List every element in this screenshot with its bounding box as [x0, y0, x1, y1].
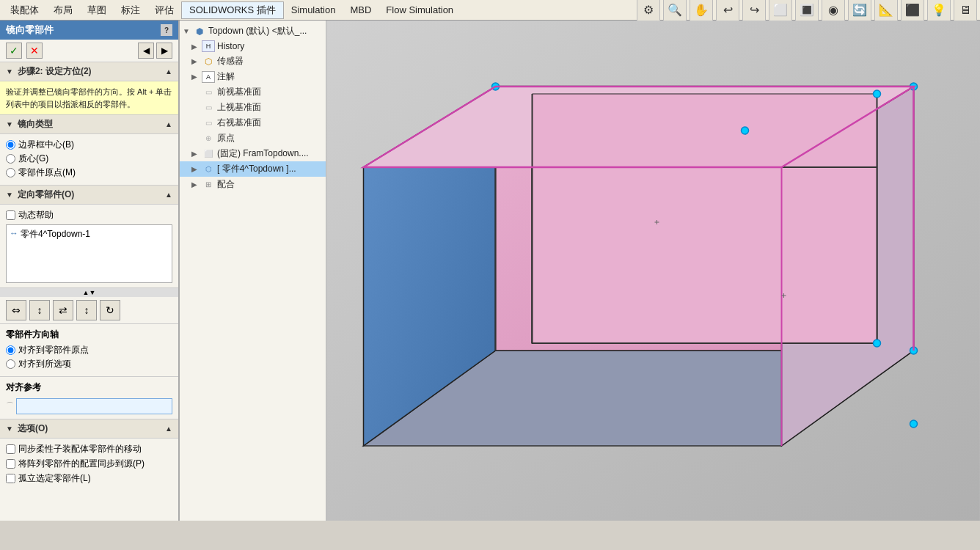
panel-actions: ✓ ✕ ◀ ▶	[0, 40, 178, 62]
viewport-svg	[326, 21, 980, 521]
tree-front-plane-label: 前视基准面	[217, 86, 261, 98]
cancel-button[interactable]: ✕	[26, 43, 43, 59]
dir-btn-1[interactable]: ⇔	[6, 300, 26, 320]
dir-btn-2[interactable]: ↕	[29, 300, 50, 320]
radio-bbox-input[interactable]	[6, 140, 15, 150]
radio-align-selected-input[interactable]	[6, 359, 15, 369]
opt2-input[interactable]	[6, 459, 15, 469]
toolbar-icon-9[interactable]: 🔄	[848, 0, 871, 22]
menu-solidworks-plugins[interactable]: SOLIDWORKS 插件	[181, 1, 284, 19]
toolbar-icon-8[interactable]: ◉	[822, 0, 845, 22]
dir-btn-5[interactable]: ↻	[100, 300, 120, 320]
tree-item-annotation[interactable]: ▶ A 注解	[180, 69, 326, 84]
orient-section-header[interactable]: ▼ 定向零部件(O) ▲	[0, 186, 178, 205]
dynamic-help-checkbox[interactable]: 动态帮助	[6, 209, 172, 221]
panel-help-icon[interactable]: ?	[161, 24, 172, 36]
radio-align-origin-input[interactable]	[6, 345, 15, 355]
mirror-type-section: 边界框中心(B) 质心(G) 零部件原点(M)	[0, 134, 178, 186]
toolbar-icon-13[interactable]: 🖥	[954, 0, 977, 22]
toolbar-icon-3[interactable]: ✋	[690, 0, 713, 22]
undo-button[interactable]: ◀	[138, 43, 154, 59]
options-section-header[interactable]: ▼ 选项(O) ▲	[0, 419, 178, 439]
dir-btn-3[interactable]: ⇄	[53, 300, 73, 320]
toolbar-right-icons: ⚙ 🔍 ✋ ↩ ↪ ⬜ 🔳 ◉ 🔄 📐 ⬛ 💡 🖥	[637, 0, 977, 22]
undo-redo-btns: ◀ ▶	[138, 43, 172, 59]
menu-layout[interactable]: 布局	[46, 2, 80, 18]
orient-label: 定向零部件(O)	[18, 188, 74, 201]
tree-sensor-label: 传感器	[217, 55, 244, 67]
annotation-icon: A	[202, 71, 215, 83]
opt3-input[interactable]	[6, 474, 15, 483]
tree-item-front-plane[interactable]: ▶ ▭ 前视基准面	[180, 84, 326, 100]
tree-item-part4[interactable]: ▶ ⬡ [ 零件4^Topdown ]...	[180, 161, 326, 177]
tree-item-mate[interactable]: ▶ ⊞ 配合	[180, 177, 326, 192]
radio-bbox-label: 边界框中心(B)	[18, 139, 74, 151]
radio-centroid-input[interactable]	[6, 154, 15, 164]
opt1-checkbox[interactable]: 同步柔性子装配体零部件的移动	[6, 443, 172, 455]
svg-marker-15	[533, 94, 877, 343]
svg-point-21	[874, 90, 881, 98]
radio-bbox-center[interactable]: 边界框中心(B)	[6, 139, 172, 151]
toolbar-icon-5[interactable]: ↪	[742, 0, 766, 22]
tree-part4-arrow: ▶	[191, 165, 200, 173]
radio-align-origin[interactable]: 对齐到零部件原点	[6, 344, 172, 356]
dir-btn-4[interactable]: ↕	[76, 300, 97, 320]
sensor-icon: ⬡	[202, 56, 215, 67]
toolbar-icon-6[interactable]: ⬜	[769, 0, 792, 22]
menu-flow-sim[interactable]: Flow Simulation	[379, 3, 461, 17]
dynamic-help-input[interactable]	[6, 210, 15, 220]
menu-assembly[interactable]: 装配体	[3, 2, 46, 18]
orient-collapse-btn[interactable]: ▲	[165, 191, 172, 199]
toolbar-icon-1[interactable]: ⚙	[637, 0, 660, 22]
step2-text-section: 验证并调整已镜向零部件的方向。按 Alt + 单击列表中的项目以指派相反的零部件…	[0, 81, 178, 115]
right-plane-icon: ▭	[202, 117, 215, 129]
tree-root-icon: ⬢	[193, 26, 206, 37]
opt1-input[interactable]	[6, 444, 15, 454]
top-plane-icon: ▭	[202, 102, 215, 114]
confirm-button[interactable]: ✓	[6, 43, 22, 59]
redo-button[interactable]: ▶	[156, 43, 172, 59]
radio-part-origin[interactable]: 零部件原点(M)	[6, 166, 172, 179]
menu-annotation[interactable]: 标注	[114, 2, 147, 18]
options-section: 同步柔性子装配体零部件的移动 将阵列零部件的配置同步到源(P) 孤立选定零部件(…	[0, 439, 178, 491]
toolbar-icon-2[interactable]: 🔍	[663, 0, 687, 22]
step2-collapse-btn[interactable]: ▲	[165, 67, 172, 76]
tree-top-plane-label: 上视基准面	[217, 101, 261, 114]
menu-mbd[interactable]: MBD	[343, 3, 379, 17]
tree-item-fixed-comp[interactable]: ▶ ⬜ (固定) FramTopdown....	[180, 146, 326, 161]
options-collapse-btn[interactable]: ▲	[165, 425, 172, 433]
opt3-checkbox[interactable]: 孤立选定零部件(L)	[6, 472, 172, 485]
tree-fixed-arrow: ▶	[191, 150, 200, 158]
menu-evaluate[interactable]: 评估	[147, 2, 181, 18]
toolbar-icon-4[interactable]: ↩	[716, 0, 739, 22]
align-ref-input[interactable]	[16, 398, 172, 414]
tree-item-history[interactable]: ▶ H History	[180, 39, 326, 54]
mirror-type-header[interactable]: ▼ 镜向类型 ▲	[0, 115, 178, 134]
tree-root-label: Topdown (默认) <默认_...	[208, 25, 307, 37]
menu-simulation[interactable]: Simulation	[284, 3, 343, 17]
tree-item-origin[interactable]: ▶ ⊕ 原点	[180, 131, 326, 146]
collapse-divider[interactable]: ▲▼	[0, 288, 178, 297]
tree-root[interactable]: ▼ ⬢ Topdown (默认) <默认_...	[180, 23, 326, 39]
step2-section-header[interactable]: ▼ 步骤2: 设定方位(2) ▲	[0, 62, 178, 81]
mirror-arrow: ▼	[6, 120, 13, 128]
tree-item-sensor[interactable]: ▶ ⬡ 传感器	[180, 54, 326, 69]
mirror-collapse-btn[interactable]: ▲	[165, 120, 172, 128]
tree-annot-arrow: ▶	[191, 73, 200, 81]
radio-centroid-label: 质心(G)	[18, 153, 48, 165]
menu-sketch[interactable]: 草图	[80, 2, 114, 18]
radio-part-origin-input[interactable]	[6, 168, 15, 177]
radio-centroid[interactable]: 质心(G)	[6, 153, 172, 165]
viewport[interactable]	[326, 21, 980, 521]
toolbar-icon-10[interactable]: 📐	[874, 0, 898, 22]
step2-arrow: ▼	[6, 67, 13, 76]
left-panel: 镜向零部件 ? ✓ ✕ ◀ ▶ ▼ 步骤2: 设定方位(2) ▲ 验证并调整已镜…	[0, 21, 180, 521]
toolbar-icon-12[interactable]: 💡	[927, 0, 951, 22]
part-list-box[interactable]: ↔ 零件4^Topdown-1	[6, 224, 172, 283]
radio-align-selected[interactable]: 对齐到所选项	[6, 358, 172, 370]
tree-item-top-plane[interactable]: ▶ ▭ 上视基准面	[180, 100, 326, 115]
toolbar-icon-7[interactable]: 🔳	[795, 0, 819, 22]
opt2-checkbox[interactable]: 将阵列零部件的配置同步到源(P)	[6, 458, 172, 470]
tree-item-right-plane[interactable]: ▶ ▭ 右视基准面	[180, 115, 326, 131]
toolbar-icon-11[interactable]: ⬛	[901, 0, 924, 22]
